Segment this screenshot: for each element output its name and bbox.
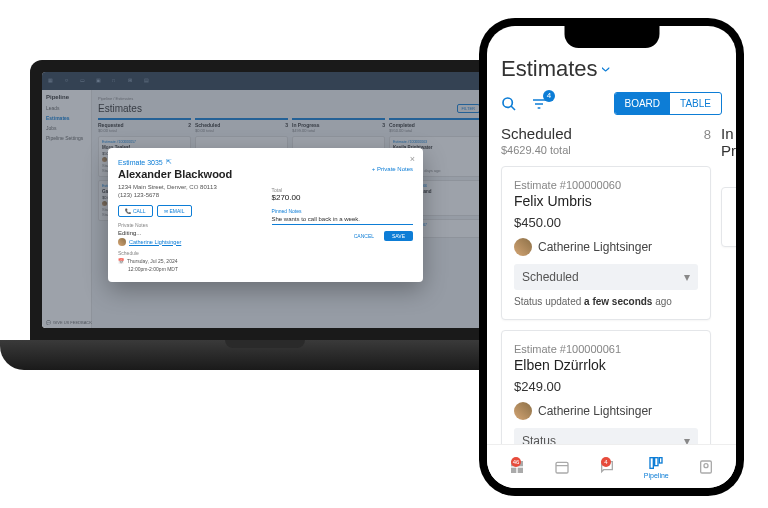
email-button[interactable]: ✉EMAIL [157,205,192,217]
customer-name: Felix Umbris [514,193,698,209]
table-toggle[interactable]: TABLE [670,93,721,114]
money-icon[interactable]: ▤ [144,77,152,85]
assigned-user: Catherine Lightsinger [118,238,260,246]
nav-pipeline[interactable]: Pipeline [644,455,669,479]
svg-point-15 [704,463,708,467]
company-icon[interactable]: ▭ [80,77,88,85]
column-header: In Pr [721,125,736,159]
assigned-user: Catherine Lightsinger [514,402,698,420]
sidebar-item-leads[interactable]: Leads [46,103,87,113]
total-value: $270.00 [272,193,414,202]
estimate-number: Estimate #100000061 [514,343,698,355]
avatar [102,201,107,206]
schedule-label: Schedule [118,250,260,256]
nav-more[interactable] [698,459,714,475]
nav-dashboard[interactable]: 46 [509,459,525,475]
avatar [514,402,532,420]
svg-rect-13 [660,457,663,462]
cancel-button[interactable]: CANCEL [348,231,380,241]
pinned-notes-label: Pinned Notes [272,208,414,214]
svg-rect-9 [556,462,568,473]
view-toggle: BOARD TABLE [614,92,723,115]
calendar-icon [554,459,570,475]
phone-icon: 📞 [125,208,131,214]
customer-name: Alexander Blackwood [118,168,232,180]
status-select[interactable]: Scheduled ▾ [514,264,698,290]
avatar [102,157,107,162]
sidebar-item-jobs[interactable]: Jobs [46,123,87,133]
jobs-icon[interactable]: ▣ [96,77,104,85]
estimate-amount: $450.00 [514,215,698,230]
close-icon[interactable]: × [410,154,415,164]
svg-rect-8 [518,467,523,472]
column-scheduled: Scheduled 8 $4629.40 total Estimate #100… [501,125,711,444]
estimate-card[interactable] [721,187,736,247]
sidebar-item-pipeline-settings[interactable]: Pipeline Settings [46,133,87,143]
nav-badge: 46 [511,457,522,467]
svg-rect-7 [511,467,516,472]
column-subtotal: $4629.40 total [501,144,711,156]
notes-label: Private Notes [118,222,260,228]
kanban-board[interactable]: Scheduled 8 $4629.40 total Estimate #100… [501,125,722,444]
svg-rect-12 [655,457,658,465]
phone-device: Estimates › 4 BOARD TABLE [479,18,744,496]
nav-badge: 4 [601,457,611,467]
avatar [118,238,126,246]
feedback-link[interactable]: 💬 GIVE US FEEDBACK [46,320,92,325]
call-button[interactable]: 📞CALL [118,205,153,217]
estimate-number: Estimate #100000060 [514,179,698,191]
nav-messages[interactable]: 4 [599,459,615,475]
filter-button[interactable]: FILTER [457,104,480,113]
phone-screen: Estimates › 4 BOARD TABLE [487,26,736,488]
contact-icon [698,459,714,475]
estimate-card[interactable]: Estimate #100000061 Elben Dzürrlok $249.… [501,330,711,444]
assigned-user: Catherine Lightsinger [514,238,698,256]
schedule-time: 12:00pm-2:00pm MDT [128,266,260,272]
board-toggle[interactable]: BOARD [615,93,671,114]
nav-schedule[interactable] [554,459,570,475]
filter-badge: 4 [543,90,555,102]
page-title[interactable]: Estimates › [501,56,722,82]
private-notes-link[interactable]: + Private Notes [372,166,413,172]
svg-point-0 [503,98,512,107]
estimate-modal: × Estimate 3035 ⇱ Alexander Blackwood + … [108,148,423,282]
phone-notch [564,26,659,48]
toolbar: 4 BOARD TABLE [501,92,722,115]
bottom-nav: 46 4 Pipeline [487,444,736,488]
column-in-progress: In Pr [721,125,736,444]
schedule-date: 📅Thursday, Jul 25, 2024 [118,258,260,264]
pipeline-icon[interactable]: ⎍ [112,77,120,85]
estimate-link[interactable]: Estimate 3035 ⇱ [118,158,172,166]
sidebar-item-estimates[interactable]: Estimates [46,113,87,123]
people-icon[interactable]: ☺ [64,77,72,85]
avatar [514,238,532,256]
address-line: 1234 Main Street, Denver, CO 80113 [118,184,260,192]
external-link-icon: ⇱ [166,158,172,166]
apps-icon[interactable]: ⊞ [128,77,136,85]
dashboard-icon[interactable]: ▦ [48,77,56,85]
laptop-base [0,340,530,370]
sidebar-title: Pipeline [46,94,87,100]
calendar-icon: 📅 [118,258,124,264]
phone-app: Estimates › 4 BOARD TABLE [487,26,736,444]
estimate-amount: $249.00 [514,379,698,394]
save-button[interactable]: SAVE [384,231,413,241]
svg-line-1 [511,106,515,110]
email-icon: ✉ [164,208,168,214]
filter-icon[interactable]: 4 [531,96,547,112]
customer-name: Elben Dzürrlok [514,357,698,373]
status-select[interactable]: Status ▾ [514,428,698,444]
search-icon[interactable] [501,96,517,112]
estimate-card[interactable]: Estimate #100000060 Felix Umbris $450.00… [501,166,711,320]
pinned-note-input[interactable]: She wants to call back in a week. [272,216,414,225]
top-navbar: ▦ ☺ ▭ ▣ ⎍ ⊞ ▤ [42,72,488,90]
chevron-down-icon: ▾ [684,270,690,284]
breadcrumb: Pipeline / Estimates [98,96,482,101]
status-updated-text: Status updated a few seconds ago [514,296,698,307]
pipeline-icon [648,455,664,471]
column-header: Scheduled 8 [501,125,711,142]
chevron-down-icon: ▾ [684,434,690,444]
page-title: Estimates [98,103,482,114]
notes-text[interactable]: Editing... [118,230,260,236]
sidebar: Pipeline Leads Estimates Jobs Pipeline S… [42,90,92,328]
